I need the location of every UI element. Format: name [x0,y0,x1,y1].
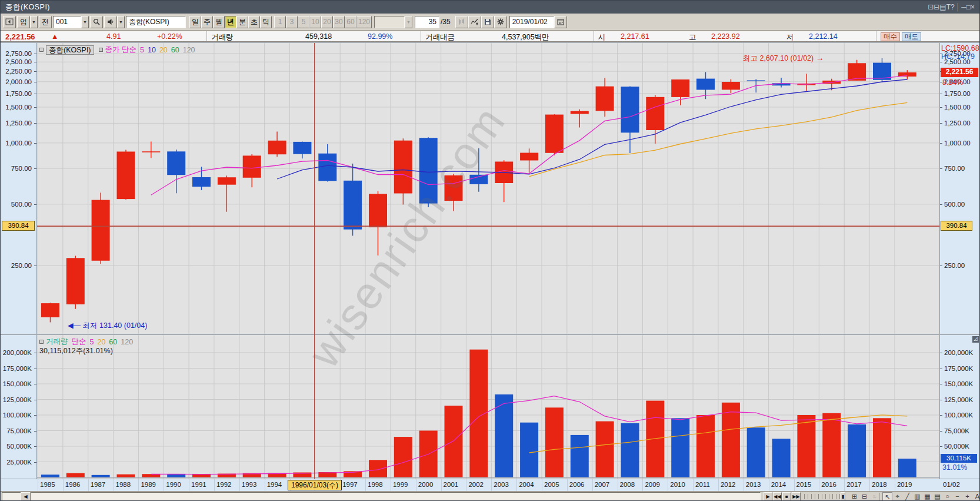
axis-tick [940,400,942,400]
arrange-windows-icon[interactable]: ⊟ [859,492,869,501]
volume-panel[interactable] [37,335,939,479]
sound-alert-icon[interactable] [104,16,117,28]
zoom-out-icon[interactable]: − [952,492,962,501]
horizontal-scrollbar[interactable] [2,492,761,501]
rewind-button-icon[interactable]: ◀◀ [773,492,782,501]
indicator-icon[interactable]: ▦ [922,492,932,501]
interval-button-120[interactable]: 120 [356,16,372,28]
interval-combo-dropdown-icon[interactable]: ▼ [405,16,412,28]
price-legend-title[interactable]: 종합(KOSPI) [46,45,94,55]
period-button-일[interactable]: 일 [189,16,201,28]
interval-button-1[interactable]: 1 [274,16,286,28]
period-button-월[interactable]: 월 [213,16,225,28]
text-tool-icon[interactable]: T [946,3,951,11]
buy-button[interactable]: 매수 [881,32,900,41]
period-button-틱[interactable]: 틱 [260,16,272,28]
fast-forward-button-icon[interactable]: ▶▶ [792,492,801,501]
interval-button-group: 13510203060120 [274,16,372,28]
price-change-pct: +0.22% [157,32,182,41]
x-axis-label: 1989 [141,481,156,488]
help-icon[interactable]: ? [951,3,955,11]
axis-tick [34,107,36,108]
axis-tick [940,107,942,108]
bottombar-separator [879,493,880,500]
cascade-windows-icon[interactable]: ⊟ [934,3,939,11]
x-axis-gridline [642,479,643,491]
period-button-년[interactable]: 년 [225,16,236,28]
zoom-icon[interactable]: ○ [942,492,952,501]
y-axis-label: 2,750.00 [5,50,32,57]
save-icon[interactable] [481,16,494,28]
interval-button-30[interactable]: 30 [333,16,345,28]
volume-ma-item-120: 120 [121,338,133,346]
y-axis-label: 25,000K [6,459,32,466]
sound-dropdown-icon[interactable]: ▼ [117,16,125,28]
interval-button-3[interactable]: 3 [286,16,298,28]
stock-code-dropdown-icon[interactable]: ▼ [81,16,89,28]
calendar-icon[interactable] [554,16,567,28]
minimize-icon[interactable]: ─ [961,3,966,11]
search-button[interactable] [90,16,103,28]
settings-gear-icon[interactable] [494,16,507,28]
maximize-icon[interactable]: □ [966,3,971,11]
all-button[interactable]: 전 [39,16,52,28]
interval-button-5[interactable]: 5 [298,16,309,28]
add-indicator-icon[interactable] [468,16,481,28]
new-chart-window-icon[interactable]: ⊞ [849,492,859,501]
legend-handle-icon[interactable] [39,48,44,52]
legend-handle-icon[interactable] [39,340,44,344]
x-axis-label: 1988 [116,481,131,488]
font-size-icon[interactable]: A [972,492,980,501]
chart-window-icon[interactable] [3,16,16,28]
legend-handle-icon[interactable] [99,48,103,52]
compare-chart-icon[interactable] [455,16,468,28]
kospi-chart-window: 종합(KOSPI) ⊡⊟▤T?│─□× 업 ▼ 전 001 ▼ ▼ 종합(KOS… [0,0,980,501]
volume-legend-title[interactable]: 거래량 [46,337,68,347]
trendline-icon[interactable]: ≈ [869,492,879,501]
y-axis-label: 750.00 [944,165,965,172]
play-button-icon[interactable]: ▶ [764,492,772,501]
pattern-tool-icon[interactable]: ▥ [912,492,922,501]
crosshair-tool-icon[interactable]: ⌖ [892,492,902,501]
axis-tick [34,168,36,169]
stop-button-icon[interactable]: ■ [782,492,791,501]
zoom-in-icon[interactable]: + [962,492,972,501]
x-axis-label: 2006 [569,481,585,488]
industry-dropdown-icon[interactable]: ▼ [30,16,38,28]
speed-slider[interactable] [804,494,843,499]
interval-button-60[interactable]: 60 [345,16,356,28]
slider-thumb[interactable]: ▮ [841,492,845,501]
chart-area[interactable]: 2,750.002,500.002,250.002,000.001,750.00… [1,42,980,491]
cursor-tool-icon[interactable]: ↖ [882,492,892,501]
sell-button[interactable]: 매도 [902,32,921,41]
interval-combobox[interactable] [374,16,405,28]
axis-tick [34,204,36,205]
candle-count-input[interactable]: 35 [415,16,439,28]
period-button-분[interactable]: 분 [236,16,248,28]
panel-resize-icon[interactable]: ◿ [972,336,979,343]
price-y-axis-left: 2,750.002,500.002,250.002,000.001,750.00… [1,43,37,334]
scrollbar-left-arrow-icon[interactable]: ◀ [21,492,31,501]
axis-tick [940,168,942,169]
stock-name-field[interactable]: 종합(KOSPI) [126,16,186,28]
annotate-icon[interactable]: ▤ [939,3,946,11]
x-axis-gridline [592,479,593,491]
price-panel[interactable] [37,43,939,334]
period-button-초[interactable]: 초 [248,16,260,28]
axis-tick [940,204,942,205]
date-input[interactable]: 2019/01/02 [509,16,554,28]
volume-y-axis-left: 200,000K175,000K150,000K125,000K100,000K… [1,335,37,479]
interval-button-10[interactable]: 10 [309,16,321,28]
line-tool-icon[interactable]: ╱ [902,492,912,501]
crosshair-vertical-line [314,43,315,479]
interval-button-20[interactable]: 20 [321,16,333,28]
dock-window-icon[interactable]: ⊡ [928,3,934,11]
period-button-주[interactable]: 주 [201,16,213,28]
low-value: 2,212.14 [809,32,838,41]
close-icon[interactable]: × [971,3,975,11]
axis-tick [940,353,942,353]
chart-settings-icon[interactable]: ▤ [932,492,942,501]
stock-code-input[interactable]: 001 [53,16,81,28]
industry-button[interactable]: 업 [17,16,30,28]
x-axis-label: 2004 [519,481,534,488]
